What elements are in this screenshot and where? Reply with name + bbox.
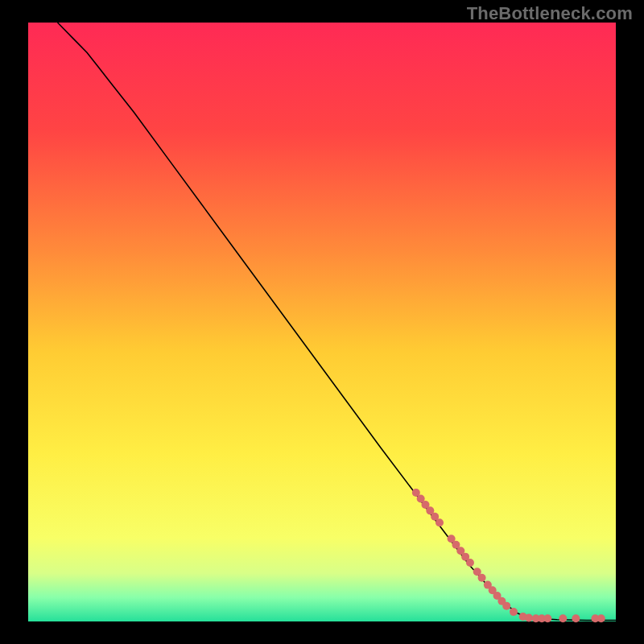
data-point bbox=[525, 614, 533, 622]
data-point bbox=[543, 614, 551, 622]
watermark-text: TheBottleneck.com bbox=[467, 3, 633, 24]
data-point bbox=[572, 614, 580, 622]
data-point bbox=[436, 518, 444, 526]
data-point bbox=[502, 602, 510, 610]
chart-stage: TheBottleneck.com bbox=[0, 0, 644, 644]
plot-area bbox=[28, 23, 616, 621]
data-point bbox=[466, 559, 474, 567]
gradient-background bbox=[28, 23, 616, 621]
data-point bbox=[510, 608, 518, 616]
data-point bbox=[478, 574, 486, 582]
chart-svg bbox=[28, 23, 616, 621]
data-point bbox=[559, 614, 567, 622]
data-point bbox=[597, 614, 605, 622]
